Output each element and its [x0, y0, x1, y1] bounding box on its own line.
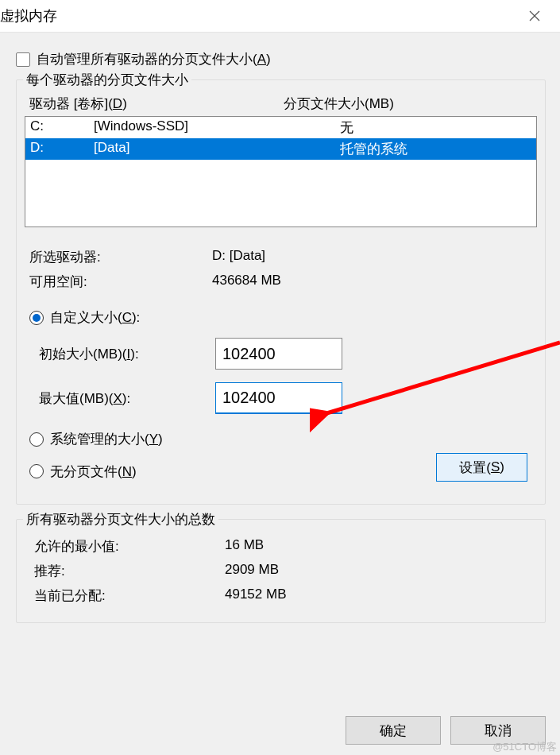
- initial-size-label: 初始大小(MB)(I):: [39, 345, 215, 363]
- no-paging-label: 无分页文件(N): [50, 463, 137, 481]
- totals-group: 所有驱动器分页文件大小的总数 允许的最小值: 16 MB 推荐: 2909 MB…: [16, 519, 546, 623]
- close-button[interactable]: [517, 5, 552, 27]
- recommended-label: 推荐:: [34, 562, 225, 580]
- min-allowed-value: 16 MB: [225, 537, 264, 556]
- drive-list-header: 驱动器 [卷标](D) 分页文件大小(MB): [25, 95, 537, 116]
- window-title: 虚拟内存: [0, 6, 57, 25]
- recommended-value: 2909 MB: [225, 562, 279, 580]
- available-space-value: 436684 MB: [212, 273, 281, 291]
- drive-row-selected[interactable]: D: [Data] 托管的系统: [25, 138, 536, 160]
- auto-manage-checkbox[interactable]: [16, 52, 30, 67]
- no-paging-radio[interactable]: [29, 464, 44, 478]
- selected-drive-label: 所选驱动器:: [29, 248, 212, 266]
- max-size-label: 最大值(MB)(X):: [39, 389, 215, 408]
- currently-allocated-value: 49152 MB: [225, 587, 287, 605]
- close-icon: [529, 10, 540, 21]
- max-size-input[interactable]: [215, 382, 342, 414]
- watermark: @51CTO博客: [492, 740, 557, 754]
- per-drive-group: 每个驱动器的分页文件大小 驱动器 [卷标](D) 分页文件大小(MB) C: […: [16, 79, 546, 505]
- custom-size-label: 自定义大小(C):: [50, 308, 140, 327]
- totals-legend: 所有驱动器分页文件大小的总数: [23, 510, 218, 528]
- selected-drive-value: D: [Data]: [212, 248, 265, 266]
- custom-size-radio[interactable]: [29, 311, 44, 325]
- set-button[interactable]: 设置(S): [436, 453, 527, 482]
- drive-row[interactable]: C: [Windows-SSD] 无: [25, 117, 536, 138]
- system-managed-label: 系统管理的大小(Y): [50, 430, 163, 448]
- title-bar: 虚拟内存: [0, 0, 560, 33]
- auto-manage-label: 自动管理所有驱动器的分页文件大小(A): [37, 50, 271, 68]
- ok-button[interactable]: 确定: [346, 716, 441, 745]
- available-space-label: 可用空间:: [29, 273, 212, 291]
- min-allowed-label: 允许的最小值:: [34, 537, 225, 556]
- drive-list[interactable]: C: [Windows-SSD] 无 D: [Data] 托管的系统: [25, 116, 537, 227]
- system-managed-radio[interactable]: [29, 432, 44, 447]
- per-drive-legend: 每个驱动器的分页文件大小: [23, 71, 191, 89]
- initial-size-input[interactable]: [215, 338, 342, 370]
- currently-allocated-label: 当前已分配:: [34, 587, 225, 605]
